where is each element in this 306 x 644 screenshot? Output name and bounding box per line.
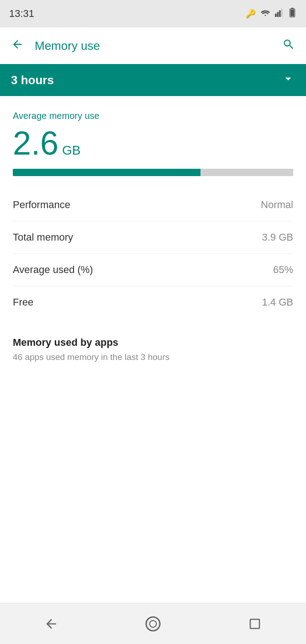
- nav-bar: [0, 603, 306, 644]
- stat-label: Average used (%): [13, 264, 93, 276]
- stats-list: Performance Normal Total memory 3.9 GB A…: [13, 189, 293, 318]
- svg-rect-9: [250, 619, 259, 628]
- memory-progress-bar: [13, 169, 293, 176]
- svg-rect-2: [279, 10, 281, 16]
- stat-value: 3.9 GB: [262, 231, 293, 243]
- svg-point-8: [149, 620, 156, 627]
- page-title: Memory use: [35, 39, 279, 53]
- stat-value: 1.4 GB: [262, 296, 293, 308]
- avg-memory-label: Average memory use: [13, 111, 293, 121]
- stat-label: Free: [13, 296, 33, 308]
- stat-label: Performance: [13, 199, 70, 211]
- time-filter-label: 3 hours: [11, 73, 54, 87]
- stat-row: Average used (%) 65%: [13, 254, 293, 286]
- status-bar: 13:31 🔑: [0, 0, 306, 27]
- main-content: Average memory use 2.6 GB Performance No…: [0, 96, 306, 603]
- memory-unit: GB: [62, 143, 80, 158]
- stat-value: Normal: [261, 199, 293, 211]
- nav-back-button[interactable]: [37, 610, 65, 638]
- memory-value-display: 2.6 GB: [13, 127, 293, 160]
- svg-rect-0: [275, 13, 277, 16]
- app-bar: Memory use: [0, 27, 306, 64]
- back-button[interactable]: [7, 34, 27, 58]
- time-filter-banner[interactable]: 3 hours: [0, 64, 306, 96]
- chevron-down-icon: [281, 72, 295, 89]
- apps-section-title: Memory used by apps: [13, 337, 293, 349]
- search-button[interactable]: [279, 34, 299, 58]
- status-icons: 🔑: [246, 8, 297, 20]
- apps-section: Memory used by apps 46 apps used memory …: [13, 333, 293, 362]
- status-time: 13:31: [9, 8, 34, 20]
- key-icon: 🔑: [246, 9, 256, 19]
- stat-row: Performance Normal: [13, 189, 293, 221]
- svg-rect-6: [290, 9, 294, 16]
- signal-icon: [275, 8, 283, 20]
- stat-label: Total memory: [13, 231, 73, 243]
- svg-rect-3: [281, 9, 283, 17]
- apps-section-subtitle: 46 apps used memory in the last 3 hours: [13, 352, 293, 362]
- wifi-icon: [260, 9, 270, 19]
- nav-recents-button[interactable]: [241, 610, 269, 638]
- svg-point-7: [146, 617, 160, 631]
- nav-home-button[interactable]: [139, 610, 167, 638]
- svg-rect-1: [277, 12, 279, 17]
- stat-value: 65%: [273, 264, 293, 276]
- memory-number: 2.6: [13, 127, 58, 160]
- stat-row: Free 1.4 GB: [13, 286, 293, 318]
- stat-row: Total memory 3.9 GB: [13, 221, 293, 254]
- battery-icon: [288, 8, 297, 20]
- memory-progress-fill: [13, 169, 200, 176]
